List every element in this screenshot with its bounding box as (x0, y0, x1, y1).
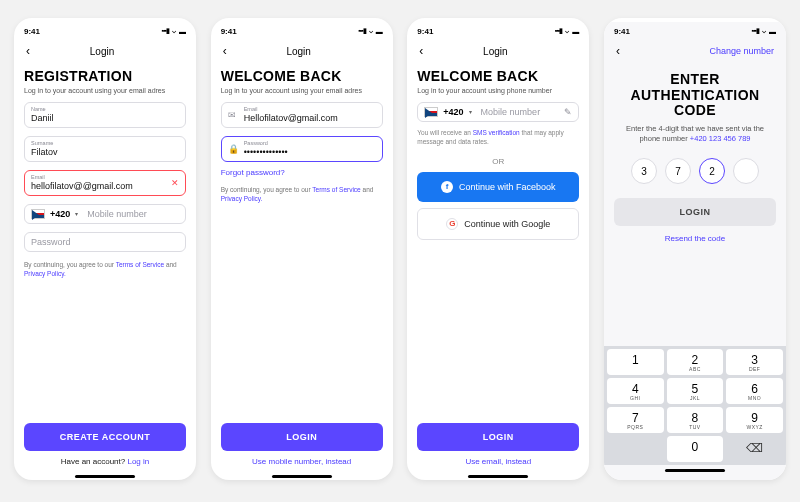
status-indicators: ▪▪▪▮ ⌵ ▬ (752, 27, 776, 35)
or-divider: OR (417, 157, 579, 166)
login-prompt: Have an account? Log in (61, 457, 150, 466)
status-bar: 9:41 ▪▪▪▮ ⌵ ▬ (14, 22, 196, 40)
digit-3[interactable]: 2 (699, 158, 725, 184)
key-blank (607, 436, 664, 462)
key-7[interactable]: 7PQRS (607, 407, 664, 433)
password-placeholder: Password (31, 237, 179, 247)
key-2[interactable]: 2ABC (667, 349, 724, 375)
privacy-link[interactable]: Privacy Policy. (24, 270, 66, 277)
password-field[interactable]: 🔒 Password •••••••••••••• (221, 136, 383, 162)
legal-text: By continuing, you agree to our Terms of… (24, 261, 186, 279)
key-0[interactable]: 0 (667, 436, 724, 462)
password-value: •••••••••••••• (244, 147, 376, 157)
phone-field[interactable]: +420 ▾ Mobile number (24, 204, 186, 224)
status-indicators: ▪▪▪▮ ⌵ ▬ (555, 27, 579, 35)
page-subtitle: Log in to your account using your email … (24, 87, 186, 94)
clear-icon[interactable]: ✕ (171, 178, 179, 188)
surname-value: Filatov (31, 147, 179, 157)
password-field[interactable]: Password (24, 232, 186, 252)
name-label: Name (31, 106, 179, 112)
status-time: 9:41 (24, 27, 40, 36)
login-link[interactable]: Log in (127, 457, 149, 466)
screen-login-email: 9:41 ▪▪▪▮ ⌵ ▬ ‹ Login WELCOME BACK Log i… (211, 18, 393, 480)
login-button[interactable]: LOGIN (221, 423, 383, 451)
login-button[interactable]: LOGIN (417, 423, 579, 451)
tos-link[interactable]: Terms of Service (312, 186, 360, 193)
nav-title: Login (30, 46, 174, 57)
key-3[interactable]: 3DEF (726, 349, 783, 375)
phone-placeholder: Mobile number (87, 209, 147, 219)
key-9[interactable]: 9WXYZ (726, 407, 783, 433)
use-email-link[interactable]: Use email, instead (465, 457, 531, 466)
resend-code-link[interactable]: Resend the code (614, 234, 776, 243)
tos-link[interactable]: Terms of Service (116, 261, 164, 268)
email-field[interactable]: ✉ Email Hellofilatov@gmail.com (221, 102, 383, 128)
chevron-down-icon[interactable]: ▾ (75, 210, 78, 217)
phone-number: +420 123 456 789 (690, 134, 751, 143)
page-heading: ENTER AUTHENTICATION CODE (604, 72, 786, 119)
digit-1[interactable]: 3 (631, 158, 657, 184)
nav-title: Login (227, 46, 371, 57)
legal-text: By continuing, you agree to our Terms of… (221, 186, 383, 204)
chevron-down-icon[interactable]: ▾ (469, 108, 472, 115)
password-label: Password (244, 140, 376, 146)
login-button[interactable]: LOGIN (614, 198, 776, 226)
edit-icon[interactable]: ✎ (564, 107, 572, 117)
phone-placeholder: Mobile number (481, 107, 541, 117)
create-account-button[interactable]: CREATE ACCOUNT (24, 423, 186, 451)
status-time: 9:41 (221, 27, 237, 36)
status-bar: 9:41 ▪▪▪▮ ⌵ ▬ (604, 22, 786, 40)
forgot-password-link[interactable]: Forgot password? (221, 168, 383, 177)
continue-google-button[interactable]: G Continue with Google (417, 208, 579, 240)
email-label: Email (31, 174, 179, 180)
status-time: 9:41 (614, 27, 630, 36)
sms-verification-link[interactable]: SMS verification (473, 129, 520, 136)
name-field[interactable]: Name Daniil (24, 102, 186, 128)
change-number-link[interactable]: Change number (709, 46, 774, 56)
page-subtitle: Log in to your account using phone numbe… (417, 87, 579, 94)
email-field[interactable]: Email hellofilatov@@gmail.com ✕ (24, 170, 186, 196)
facebook-icon: f (441, 181, 453, 193)
email-label: Email (244, 106, 376, 112)
key-8[interactable]: 8TUV (667, 407, 724, 433)
phone-field[interactable]: +420 ▾ Mobile number ✎ (417, 102, 579, 122)
use-mobile-link[interactable]: Use mobile number, instead (252, 457, 351, 466)
key-5[interactable]: 5JKL (667, 378, 724, 404)
sms-note: You will receive an SMS verification tha… (417, 129, 579, 147)
key-1[interactable]: 1 (607, 349, 664, 375)
continue-facebook-button[interactable]: f Continue with Facebook (417, 172, 579, 202)
code-digits: 3 7 2 (604, 158, 786, 184)
dial-code[interactable]: +420 (443, 107, 463, 117)
privacy-link[interactable]: Privacy Policy. (221, 195, 263, 202)
home-indicator (468, 475, 528, 478)
key-delete[interactable]: ⌫ (726, 436, 783, 462)
numeric-keypad: 1 2ABC3DEF4GHI5JKL6MNO7PQRS8TUV9WXYZ0 ⌫ (604, 346, 786, 465)
status-time: 9:41 (417, 27, 433, 36)
mail-icon: ✉ (228, 110, 236, 120)
email-value: Hellofilatov@gmail.com (244, 113, 376, 123)
back-icon[interactable]: ‹ (616, 44, 620, 58)
surname-field[interactable]: Surname Filatov (24, 136, 186, 162)
key-4[interactable]: 4GHI (607, 378, 664, 404)
home-indicator (75, 475, 135, 478)
screen-registration: 9:41 ▪▪▪▮ ⌵ ▬ ‹ Login REGISTRATION Log i… (14, 18, 196, 480)
surname-label: Surname (31, 140, 179, 146)
status-bar: 9:41 ▪▪▪▮ ⌵ ▬ (407, 22, 589, 40)
status-indicators: ▪▪▪▮ ⌵ ▬ (162, 27, 186, 35)
page-heading: REGISTRATION (24, 68, 186, 84)
key-6[interactable]: 6MNO (726, 378, 783, 404)
email-value: hellofilatov@@gmail.com (31, 181, 179, 191)
help-text: Enter the 4-digit that we have sent via … (604, 124, 786, 144)
status-indicators: ▪▪▪▮ ⌵ ▬ (358, 27, 382, 35)
home-indicator (272, 475, 332, 478)
dial-code[interactable]: +420 (50, 209, 70, 219)
digit-4[interactable] (733, 158, 759, 184)
nav-title: Login (423, 46, 567, 57)
name-value: Daniil (31, 113, 179, 123)
digit-2[interactable]: 7 (665, 158, 691, 184)
lock-icon: 🔒 (228, 144, 239, 154)
screen-auth-code: 9:41 ▪▪▪▮ ⌵ ▬ ‹ Change number ENTER AUTH… (604, 18, 786, 480)
flag-icon (424, 107, 438, 117)
home-indicator (665, 469, 725, 472)
nav-bar: ‹ Login (14, 40, 196, 64)
